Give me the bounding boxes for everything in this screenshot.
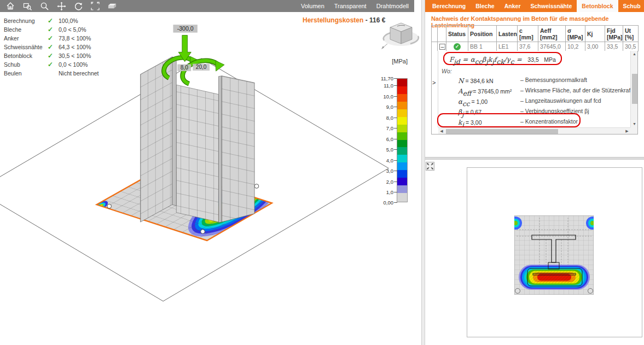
panel-splitter-horizontal[interactable] — [425, 157, 644, 160]
column-flange-right — [218, 76, 254, 223]
wo-label: Wo: — [442, 68, 452, 74]
base-plate-plan-graphic — [514, 215, 594, 295]
colorbar-segment — [397, 94, 407, 102]
colorbar-tick-mark — [394, 182, 397, 182]
check-row: Schub✓0,0 < 100% — [4, 60, 99, 69]
anchor-hole — [107, 204, 112, 208]
colorbar-tick-mark — [394, 107, 397, 107]
kj-highlight-box — [437, 113, 581, 127]
anchor-hole — [254, 184, 259, 189]
column-flange-left — [141, 57, 177, 222]
colorbar-tick-label: 10,0 — [372, 93, 393, 100]
check-icon: ✓ — [48, 43, 59, 51]
formula-line: N= 384,6 kN – Bemessungsnormalkraft — [458, 75, 630, 85]
colorbar-tick-mark — [394, 118, 397, 118]
colorbar-segment — [397, 132, 407, 140]
check-row: Anker✓73,8 < 100% — [4, 34, 99, 43]
colorbar-tick-mark — [394, 149, 397, 150]
tab-schweissnaehte[interactable]: Schweissnähte — [525, 0, 577, 12]
view-button-transparent[interactable]: Transparent — [334, 3, 367, 9]
tab-anker[interactable]: Anker — [500, 0, 526, 12]
colorbar-tick-label: 2,0 — [372, 179, 393, 185]
solid-view-icon[interactable] — [107, 1, 117, 11]
stress-colorbar — [397, 78, 408, 202]
expand-view-button[interactable] — [426, 162, 434, 171]
colorbar-tick-label: 0,00 — [372, 200, 393, 206]
fit-view-icon[interactable] — [90, 1, 100, 11]
colorbar-tick-mark — [394, 128, 397, 128]
colorbar-segment — [397, 155, 407, 162]
tab-schub[interactable]: Schub — [618, 0, 644, 12]
row-collapse-button[interactable]: – — [439, 44, 445, 50]
detail-expander[interactable]: > — [432, 79, 436, 86]
table-header-row: Status Position Lasten c[mm] Aeff[mm2] σ… — [432, 26, 639, 42]
home-icon[interactable] — [5, 1, 15, 11]
colorbar-segment — [397, 178, 407, 185]
colorbar-tick-label: 7,0 — [372, 125, 393, 131]
check-icon: ✓ — [48, 60, 59, 69]
load-label-moment-1: 8,0 — [177, 65, 191, 72]
scrollbar-thumb[interactable] — [446, 129, 558, 134]
colorbar-tick-label: 11,70 — [372, 75, 393, 81]
colorbar-segment — [397, 162, 407, 170]
scrollbar-corner — [630, 127, 637, 134]
check-icon: ✓ — [48, 16, 59, 25]
pan-icon[interactable] — [56, 1, 66, 11]
colorbar-segment — [397, 125, 407, 132]
scroll-up-icon[interactable]: ▲ — [631, 51, 638, 57]
scroll-left-icon[interactable]: ◀ — [438, 128, 445, 135]
colorbar-segment — [397, 185, 407, 193]
tab-bleche[interactable]: Bleche — [471, 0, 499, 12]
results-panel: Berechnung Bleche Anker Schweissnähte Be… — [425, 0, 644, 345]
colorbar-tick-mark — [394, 85, 397, 86]
detail-gutter: > — [432, 51, 438, 127]
colorbar-tick-label: 8,0 — [372, 115, 393, 121]
colorbar-tick-label: 6,0 — [372, 136, 393, 142]
svg-text:20,0: 20,0 — [196, 64, 207, 70]
colorbar-segment — [397, 170, 407, 178]
tab-berechnung[interactable]: Berechnung — [427, 0, 471, 12]
zoom-window-icon[interactable] — [22, 1, 32, 11]
panel-splitter-vertical[interactable] — [421, 0, 425, 345]
table-row[interactable]: – ✓ BB 1 LE1 37,6 37645,0 10,2 3,00 33,5… — [432, 42, 639, 51]
cost-value: - 116 € — [363, 16, 385, 24]
zoom-icon[interactable] — [39, 1, 49, 11]
colorbar-segment — [397, 147, 407, 155]
colorbar-segment — [397, 140, 407, 148]
colorbar-tick-label: 11,0 — [372, 83, 393, 89]
check-summary-panel: Berechnung✓100,0% Bleche✓0,0 < 5,0% Anke… — [4, 16, 99, 78]
check-row: Bleche✓0,0 < 5,0% — [4, 25, 99, 34]
check-row: Schweissnähte✓64,3 < 100% — [4, 43, 99, 51]
detail-horizontal-scrollbar[interactable]: ◀ ▶ — [438, 127, 630, 134]
colorbar-tick-mark — [394, 171, 397, 171]
anchor-hole — [201, 230, 205, 234]
check-row: BeulenNicht berechnet — [4, 69, 99, 78]
colorbar-tick-mark — [394, 139, 397, 139]
rotate-icon[interactable] — [73, 1, 83, 11]
colorbar-segment — [397, 86, 407, 94]
colorbar-tick-mark — [394, 202, 397, 203]
navigation-cube[interactable] — [381, 16, 421, 51]
colorbar-tick-label: 3,0 — [372, 168, 393, 174]
colorbar-segment — [397, 102, 407, 109]
tab-betonblock[interactable]: Betonblock — [577, 0, 618, 12]
scroll-right-icon[interactable]: ▶ — [624, 128, 630, 135]
check-icon: ✓ — [48, 34, 59, 43]
formula-highlight-box: Fjd = αccβjkjfck/γc = 33,5 MPa — [443, 52, 562, 65]
view-button-drahtmodell[interactable]: Drahtmodell — [376, 3, 409, 9]
colorbar-tick-label: 9,0 — [372, 104, 393, 110]
check-detail-area: > Fjd = αccβjkjfck/γc = 33,5 MPa Wo: N= … — [431, 51, 638, 135]
svg-text:8,0: 8,0 — [181, 65, 188, 71]
check-row: Berechnung✓100,0% — [4, 16, 99, 25]
results-table: Status Position Lasten c[mm] Aeff[mm2] σ… — [431, 25, 639, 51]
check-icon: ✓ — [48, 25, 59, 34]
svg-text:-300,0: -300,0 — [177, 25, 194, 32]
scroll-down-icon[interactable]: ▼ — [631, 121, 638, 127]
formula-line: Aeff= 37645,0 mm² – Wirksame Fläche, auf… — [458, 86, 630, 96]
colorbar-unit: [MPa] — [381, 58, 408, 65]
colorbar-tick-mark — [394, 192, 397, 192]
scrollbar-thumb[interactable] — [632, 74, 637, 104]
colorbar-tick-mark — [394, 78, 397, 79]
view-button-volumen[interactable]: Volumen — [301, 3, 324, 9]
detail-vertical-scrollbar[interactable]: ▲ ▼ — [630, 51, 637, 127]
